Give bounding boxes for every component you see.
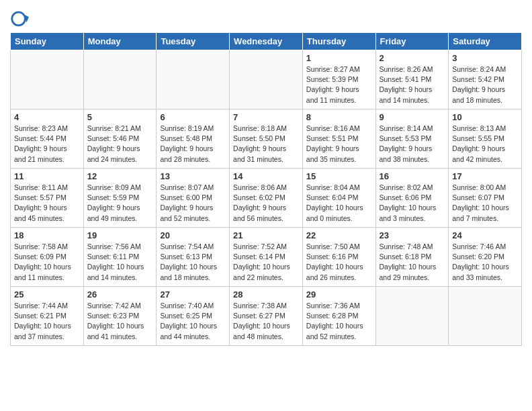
header-thursday: Thursday	[302, 33, 375, 50]
day-number: 19	[87, 230, 153, 240]
day-info: Sunrise: 8:26 AM Sunset: 5:41 PM Dayligh…	[380, 64, 445, 105]
day-info: Sunrise: 8:24 AM Sunset: 5:42 PM Dayligh…	[452, 64, 518, 105]
calendar-cell: 11Sunrise: 8:11 AM Sunset: 5:57 PM Dayli…	[11, 169, 84, 228]
day-info: Sunrise: 7:48 AM Sunset: 6:18 PM Dayligh…	[380, 242, 445, 283]
day-info: Sunrise: 8:27 AM Sunset: 5:39 PM Dayligh…	[306, 64, 372, 105]
day-info: Sunrise: 8:02 AM Sunset: 6:06 PM Dayligh…	[380, 183, 445, 224]
day-info: Sunrise: 7:36 AM Sunset: 6:28 PM Dayligh…	[306, 301, 372, 342]
calendar-cell: 28Sunrise: 7:38 AM Sunset: 6:27 PM Dayli…	[230, 287, 303, 346]
calendar-cell: 13Sunrise: 8:07 AM Sunset: 6:00 PM Dayli…	[157, 169, 230, 228]
day-number: 12	[87, 171, 153, 181]
day-number: 3	[452, 53, 518, 63]
day-number: 17	[452, 171, 518, 181]
day-number: 16	[380, 171, 445, 181]
day-info: Sunrise: 8:11 AM Sunset: 5:57 PM Dayligh…	[14, 183, 80, 224]
day-info: Sunrise: 7:46 AM Sunset: 6:20 PM Dayligh…	[452, 242, 518, 283]
calendar: SundayMondayTuesdayWednesdayThursdayFrid…	[10, 32, 522, 346]
week-row-2: 11Sunrise: 8:11 AM Sunset: 5:57 PM Dayli…	[11, 169, 522, 228]
day-info: Sunrise: 7:52 AM Sunset: 6:14 PM Dayligh…	[233, 242, 299, 283]
week-row-0: 1Sunrise: 8:27 AM Sunset: 5:39 PM Daylig…	[11, 50, 522, 109]
calendar-cell	[230, 50, 303, 109]
day-info: Sunrise: 8:19 AM Sunset: 5:48 PM Dayligh…	[160, 124, 226, 165]
day-number: 1	[306, 53, 372, 63]
day-info: Sunrise: 7:54 AM Sunset: 6:13 PM Dayligh…	[160, 242, 226, 283]
calendar-cell: 8Sunrise: 8:16 AM Sunset: 5:51 PM Daylig…	[302, 109, 375, 169]
calendar-cell	[157, 50, 230, 109]
header	[10, 7, 522, 28]
day-number: 6	[160, 112, 226, 122]
day-info: Sunrise: 7:50 AM Sunset: 6:16 PM Dayligh…	[306, 242, 372, 283]
calendar-cell: 17Sunrise: 8:00 AM Sunset: 6:07 PM Dayli…	[449, 169, 522, 228]
week-row-1: 4Sunrise: 8:23 AM Sunset: 5:44 PM Daylig…	[11, 109, 522, 169]
calendar-cell: 23Sunrise: 7:48 AM Sunset: 6:18 PM Dayli…	[375, 228, 449, 287]
day-info: Sunrise: 7:58 AM Sunset: 6:09 PM Dayligh…	[14, 242, 80, 283]
calendar-cell: 3Sunrise: 8:24 AM Sunset: 5:42 PM Daylig…	[449, 50, 522, 109]
calendar-cell: 20Sunrise: 7:54 AM Sunset: 6:13 PM Dayli…	[157, 228, 230, 287]
day-info: Sunrise: 8:14 AM Sunset: 5:53 PM Dayligh…	[380, 124, 445, 165]
day-number: 23	[380, 230, 445, 240]
logo-icon	[10, 9, 29, 28]
calendar-cell: 24Sunrise: 7:46 AM Sunset: 6:20 PM Dayli…	[449, 228, 522, 287]
header-sunday: Sunday	[11, 33, 84, 50]
calendar-cell: 10Sunrise: 8:13 AM Sunset: 5:55 PM Dayli…	[449, 109, 522, 169]
day-number: 5	[87, 112, 153, 122]
calendar-cell: 27Sunrise: 7:40 AM Sunset: 6:25 PM Dayli…	[157, 287, 230, 346]
day-info: Sunrise: 8:07 AM Sunset: 6:00 PM Dayligh…	[160, 183, 226, 224]
calendar-cell: 19Sunrise: 7:56 AM Sunset: 6:11 PM Dayli…	[83, 228, 157, 287]
day-number: 18	[14, 230, 80, 240]
logo	[10, 9, 32, 28]
day-info: Sunrise: 8:16 AM Sunset: 5:51 PM Dayligh…	[306, 124, 372, 165]
calendar-cell: 16Sunrise: 8:02 AM Sunset: 6:06 PM Dayli…	[375, 169, 449, 228]
header-saturday: Saturday	[449, 33, 522, 50]
calendar-cell: 9Sunrise: 8:14 AM Sunset: 5:53 PM Daylig…	[375, 109, 449, 169]
calendar-cell: 15Sunrise: 8:04 AM Sunset: 6:04 PM Dayli…	[302, 169, 375, 228]
day-number: 2	[380, 53, 445, 63]
day-number: 11	[14, 171, 80, 181]
day-number: 10	[452, 112, 518, 122]
day-number: 27	[160, 289, 226, 300]
day-number: 7	[233, 112, 299, 122]
calendar-cell: 25Sunrise: 7:44 AM Sunset: 6:21 PM Dayli…	[11, 287, 84, 346]
day-info: Sunrise: 8:09 AM Sunset: 5:59 PM Dayligh…	[87, 183, 153, 224]
day-number: 14	[233, 171, 299, 181]
calendar-cell: 29Sunrise: 7:36 AM Sunset: 6:28 PM Dayli…	[302, 287, 375, 346]
day-info: Sunrise: 7:56 AM Sunset: 6:11 PM Dayligh…	[87, 242, 153, 283]
header-tuesday: Tuesday	[157, 33, 230, 50]
calendar-header-row: SundayMondayTuesdayWednesdayThursdayFrid…	[11, 33, 522, 50]
calendar-cell: 12Sunrise: 8:09 AM Sunset: 5:59 PM Dayli…	[83, 169, 157, 228]
header-friday: Friday	[375, 33, 449, 50]
day-number: 26	[87, 289, 153, 300]
day-info: Sunrise: 8:13 AM Sunset: 5:55 PM Dayligh…	[452, 124, 518, 165]
day-number: 4	[14, 112, 80, 122]
calendar-cell	[375, 287, 449, 346]
day-info: Sunrise: 8:04 AM Sunset: 6:04 PM Dayligh…	[306, 183, 372, 224]
calendar-cell	[83, 50, 157, 109]
day-info: Sunrise: 7:40 AM Sunset: 6:25 PM Dayligh…	[160, 301, 226, 342]
calendar-cell: 4Sunrise: 8:23 AM Sunset: 5:44 PM Daylig…	[11, 109, 84, 169]
svg-point-0	[12, 12, 26, 26]
week-row-3: 18Sunrise: 7:58 AM Sunset: 6:09 PM Dayli…	[11, 228, 522, 287]
page: SundayMondayTuesdayWednesdayThursdayFrid…	[0, 0, 532, 356]
day-info: Sunrise: 8:00 AM Sunset: 6:07 PM Dayligh…	[452, 183, 518, 224]
calendar-cell: 14Sunrise: 8:06 AM Sunset: 6:02 PM Dayli…	[230, 169, 303, 228]
day-number: 24	[452, 230, 518, 240]
day-number: 15	[306, 171, 372, 181]
calendar-cell: 2Sunrise: 8:26 AM Sunset: 5:41 PM Daylig…	[375, 50, 449, 109]
day-number: 20	[160, 230, 226, 240]
day-number: 8	[306, 112, 372, 122]
day-number: 13	[160, 171, 226, 181]
day-number: 21	[233, 230, 299, 240]
day-number: 9	[380, 112, 445, 122]
calendar-cell	[449, 287, 522, 346]
calendar-cell: 22Sunrise: 7:50 AM Sunset: 6:16 PM Dayli…	[302, 228, 375, 287]
header-monday: Monday	[83, 33, 157, 50]
day-info: Sunrise: 8:18 AM Sunset: 5:50 PM Dayligh…	[233, 124, 299, 165]
calendar-cell	[11, 50, 84, 109]
day-info: Sunrise: 7:44 AM Sunset: 6:21 PM Dayligh…	[14, 301, 80, 342]
day-info: Sunrise: 7:42 AM Sunset: 6:23 PM Dayligh…	[87, 301, 153, 342]
day-info: Sunrise: 8:06 AM Sunset: 6:02 PM Dayligh…	[233, 183, 299, 224]
calendar-cell: 18Sunrise: 7:58 AM Sunset: 6:09 PM Dayli…	[11, 228, 84, 287]
day-info: Sunrise: 8:21 AM Sunset: 5:46 PM Dayligh…	[87, 124, 153, 165]
week-row-4: 25Sunrise: 7:44 AM Sunset: 6:21 PM Dayli…	[11, 287, 522, 346]
day-number: 22	[306, 230, 372, 240]
